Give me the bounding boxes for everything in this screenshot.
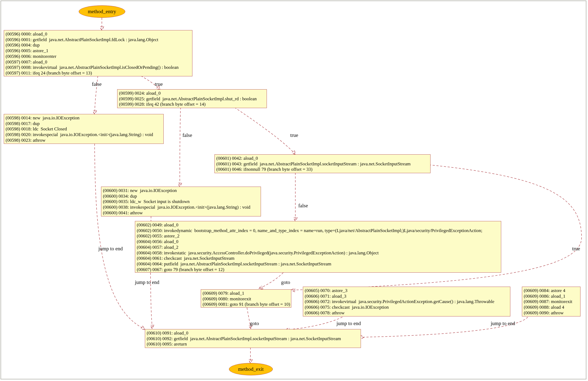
edge-label-599-false: false <box>182 132 192 138</box>
block-596: (00596) 0000: aload_0 (00596) 0001: getf… <box>4 30 192 76</box>
block-609a: (00609) 0079: aload_1 (00609) 0080: moni… <box>201 289 291 308</box>
block-610: (00610) 0091: aload_0 (00610) 0092: getf… <box>145 329 361 348</box>
edge-label-601-false: false <box>298 203 308 209</box>
block-598: (00598) 0014: new java.io.IOException (0… <box>4 114 164 144</box>
method-exit-node: method_exit <box>229 363 273 375</box>
edge-label-596-false: false <box>92 81 102 87</box>
edge-label-605-end: jump to end <box>336 321 361 326</box>
block-605: (00605) 0070: astore_3 (00606) 0071: alo… <box>303 287 510 316</box>
edge-label-609a-goto: goto <box>250 321 259 326</box>
method-entry-node: method_entry <box>79 5 125 18</box>
edge-label-609b-end: jump to end <box>491 321 515 326</box>
block-601: (00601) 0042: aload_0 (00601) 0043: getf… <box>214 154 431 173</box>
block-599: (00599) 0024: aload_0 (00599) 0025: getf… <box>117 89 267 108</box>
edge-label-600-end: jump to end <box>135 279 159 285</box>
method-exit-label: method_exit <box>238 366 264 372</box>
block-602: (00602) 0049: aload_0 (00602) 0050: invo… <box>135 221 501 273</box>
edge-label-602-goto: goto <box>281 279 290 285</box>
block-600: (00600) 0031: new java.io.IOException (0… <box>101 187 261 216</box>
edge-label-601-true: true <box>572 246 580 252</box>
block-609b: (00609) 0084: astore 4 (00609) 0086: alo… <box>522 287 580 316</box>
edge-label-598-end: jump to end <box>98 246 123 252</box>
edge-label-596-true: true <box>155 81 163 87</box>
edge-label-599-true: true <box>290 132 298 138</box>
diagram-frame: method_entry (00596) 0000: aload_0 (0059… <box>1 1 586 379</box>
method-entry-label: method_entry <box>88 9 116 15</box>
